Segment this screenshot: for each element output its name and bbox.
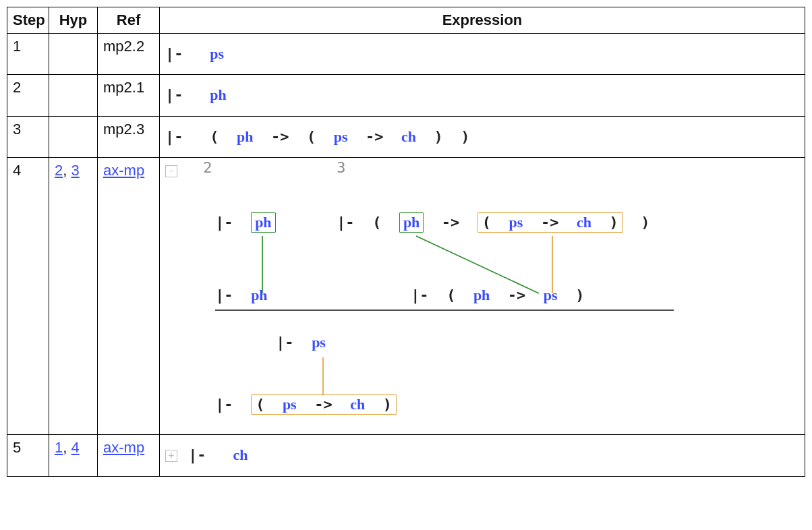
expand-toggle[interactable]: + — [165, 450, 177, 462]
header-hyp: Hyp — [49, 7, 98, 34]
hyp-link[interactable]: 3 — [71, 162, 79, 179]
turnstile: |- — [337, 214, 355, 231]
step-cell: 3 — [7, 116, 49, 157]
wff-ps: ps — [210, 45, 224, 62]
header-ref: Ref — [98, 7, 160, 34]
table-row: 5 1, 4 ax-mp + |- ch — [7, 435, 805, 476]
hyp-link[interactable]: 1 — [55, 439, 63, 456]
header-step: Step — [7, 7, 49, 34]
step-cell: 4 — [7, 158, 49, 435]
lparen: ( — [210, 128, 219, 145]
boxed-ps-ch: ( ps -> ch ) — [477, 212, 623, 233]
hyp-link[interactable]: 2 — [55, 162, 63, 179]
hyp-cell — [49, 34, 98, 75]
hyp-link[interactable]: 4 — [71, 439, 79, 456]
hyp-cell: 2, 3 — [49, 158, 98, 435]
header-row: Step Hyp Ref Expression — [7, 7, 805, 34]
svg-line-2 — [416, 236, 539, 293]
ref-cell: ax-mp — [98, 435, 160, 476]
turnstile: |- — [411, 287, 429, 303]
proof-diagram: 2 3 |- ph |- ( ph -> ( — [188, 162, 701, 425]
hyp-cell: 1, 4 — [49, 435, 98, 476]
ref-cell: mp2.1 — [98, 75, 160, 116]
wff-ps: ps — [334, 128, 348, 145]
ref-cell: ax-mp — [98, 158, 160, 435]
expr-cell: |- ps — [160, 34, 805, 75]
rparen: ) — [461, 128, 469, 145]
step-cell: 1 — [7, 34, 49, 75]
boxed-ph: ph — [399, 212, 424, 233]
turnstile: |- — [215, 396, 233, 413]
table-row: 1 mp2.2 |- ps — [7, 34, 805, 75]
wff-ph: ph — [237, 128, 253, 145]
header-expr: Expression — [160, 7, 805, 34]
turnstile: |- — [276, 334, 294, 351]
turnstile: |- — [165, 128, 183, 145]
wff-ph: ph — [210, 86, 226, 103]
turnstile: |- — [165, 45, 183, 62]
diagram-label: 2 — [203, 159, 212, 176]
comma: , — [63, 162, 71, 179]
step-cell: 5 — [7, 435, 49, 476]
turnstile: |- — [188, 446, 206, 463]
table-row: 2 mp2.1 |- ph — [7, 75, 805, 116]
ref-cell: mp2.2 — [98, 34, 160, 75]
rparen: ) — [434, 128, 443, 145]
proof-table: Step Hyp Ref Expression 1 mp2.2 |- ps 2 … — [7, 7, 805, 477]
wff-ch: ch — [233, 446, 248, 463]
comma: , — [63, 439, 71, 456]
diagram-label: 3 — [337, 159, 345, 176]
step-cell: 2 — [7, 75, 49, 116]
expr-cell: - 2 3 — [160, 158, 805, 435]
boxed-ps-ch: ( ps -> ch ) — [251, 394, 397, 415]
collapse-toggle[interactable]: - — [165, 165, 177, 177]
expr-cell: |- ( ph -> ( ps -> ch ) ) — [160, 116, 805, 157]
turnstile: |- — [165, 86, 183, 103]
expr-cell: + |- ch — [160, 435, 805, 476]
expr-cell: |- ph — [160, 75, 805, 116]
ref-cell: mp2.3 — [98, 116, 160, 157]
wff-ch: ch — [401, 128, 416, 145]
turnstile: |- — [215, 287, 233, 303]
table-row: 3 mp2.3 |- ( ph -> ( ps -> ch ) ) — [7, 116, 805, 157]
turnstile: |- — [215, 214, 233, 231]
arrow: -> — [271, 128, 289, 145]
hyp-cell — [49, 75, 98, 116]
table-row: 4 2, 3 ax-mp - — [7, 158, 805, 435]
lparen: ( — [307, 128, 316, 145]
hyp-cell — [49, 116, 98, 157]
arrow: -> — [366, 128, 384, 145]
boxed-ph: ph — [251, 212, 275, 233]
ref-link[interactable]: ax-mp — [103, 439, 144, 456]
ref-link[interactable]: ax-mp — [103, 162, 144, 179]
